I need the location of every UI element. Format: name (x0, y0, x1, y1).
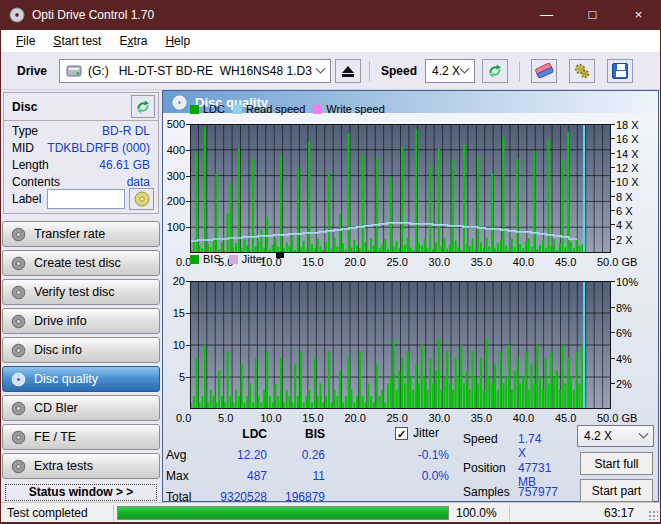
close-button[interactable]: × (616, 0, 661, 30)
sidebar-item-disc-info[interactable]: Disc info (2, 337, 160, 363)
sidebar-item-cd-bler[interactable]: CD Bler (2, 395, 160, 421)
info-label-speed: Speed (463, 432, 498, 446)
disc-field-mid: MIDTDKBLDRFB (000) (4, 140, 158, 157)
disc-icon (11, 314, 26, 329)
eject-icon (341, 66, 355, 77)
y-axis-tick-right: 2% (616, 378, 632, 390)
sidebar-item-fe-te[interactable]: FE / TE (2, 424, 160, 450)
sidebar-buttons: Transfer rateCreate test discVerify test… (2, 218, 160, 479)
legend-item-jitter: Jitter (229, 253, 266, 265)
refresh-icon (487, 63, 503, 79)
y-axis-tick: 500 (160, 118, 185, 130)
x-axis-tick: 15.0 (302, 256, 348, 268)
y-axis-tickmark (186, 176, 190, 177)
sidebar-item-transfer-rate[interactable]: Transfer rate (2, 221, 160, 247)
status-window-button[interactable]: Status window > > (5, 484, 157, 501)
legend-item-bis: BIS (190, 253, 221, 265)
jitter-checkbox[interactable]: ✓Jitter (395, 426, 439, 440)
refresh-speed-button[interactable] (482, 59, 508, 83)
sidebar-item-label: CD Bler (34, 401, 78, 415)
y-axis-tick: 20 (160, 275, 185, 287)
resize-grip[interactable] (648, 510, 658, 520)
minimize-button[interactable]: — (524, 0, 569, 30)
disc-panel-title: Disc (12, 100, 37, 114)
sidebar-item-label: Drive info (34, 314, 87, 328)
y-axis-tick: 100 (160, 221, 185, 233)
maximize-button[interactable]: □ (570, 0, 615, 30)
title-bar: Opti Drive Control 1.70 — □ × (0, 0, 661, 30)
x-axis-tick: 40.0 (513, 256, 559, 268)
chevron-down-icon (316, 63, 326, 73)
y-axis-tick-right: 6% (616, 327, 632, 339)
save-button[interactable] (607, 59, 633, 83)
y-axis-tickmark (611, 124, 615, 125)
test-speed-select[interactable]: 4.2 X (577, 425, 654, 447)
y-axis-tickmark (611, 358, 615, 359)
legend-label: LDC (203, 103, 225, 115)
save-icon (612, 63, 628, 79)
info-label-position: Position (463, 461, 506, 475)
menu-item-start-test[interactable]: Start test (44, 31, 110, 51)
erase-disc-button[interactable] (531, 59, 557, 83)
disc-icon (11, 459, 26, 474)
y-axis-tickmark (186, 150, 190, 151)
disc-field-length: Length46.61 GB (4, 157, 158, 174)
eject-button[interactable] (335, 59, 361, 83)
y-axis-tick-right: 14 X (616, 148, 639, 160)
legend-chip (190, 255, 199, 264)
disc-field-value: 46.61 GB (99, 158, 150, 172)
y-axis-tickmark (611, 307, 615, 308)
x-axis-tick: 25.0 (387, 412, 433, 424)
x-axis-tick: 20.0 (344, 412, 390, 424)
y-axis-tickmark (611, 196, 615, 197)
speed-label: Speed (381, 64, 417, 78)
x-axis-tick: 10.0 (260, 412, 306, 424)
y-axis-tickmark (611, 332, 615, 333)
x-axis-tick: 0.0 (176, 412, 222, 424)
x-axis-tick: 50.0 GB (597, 412, 643, 424)
stats-col-header-ldc: LDC (203, 427, 267, 441)
x-axis-tick: 30.0 (429, 412, 475, 424)
disc-icon (134, 191, 150, 207)
stats-jitter-avg: -0.1% (369, 448, 449, 462)
menu-item-extra[interactable]: Extra (110, 31, 156, 51)
menu-item-file[interactable]: File (7, 31, 44, 51)
progress-percent: 100.0% (456, 506, 497, 520)
speed-select[interactable]: 4.2 X (425, 59, 475, 83)
legend-label: Read speed (246, 103, 305, 115)
y-axis-tick: 5 (160, 371, 185, 383)
sidebar-item-label: Verify test disc (34, 285, 115, 299)
settings-button[interactable] (569, 59, 595, 83)
start-part-button[interactable]: Start part (580, 479, 653, 502)
legend-chip (313, 105, 322, 114)
x-axis-tick: 35.0 (471, 412, 517, 424)
drive-select[interactable]: (G:) HL-DT-ST BD-RE WH16NS48 1.D3 (59, 59, 331, 83)
bis-chart-plot (190, 281, 611, 409)
checkbox-checked[interactable]: ✓ (395, 427, 408, 440)
disc-label-input[interactable] (47, 189, 125, 209)
sidebar-item-verify-test-disc[interactable]: Verify test disc (2, 279, 160, 305)
y-axis-tickmark (611, 181, 615, 182)
info-value-samples: 757977 (518, 485, 558, 499)
disc-info-panel: Disc TypeBD-R DLMIDTDKBLDRFB (000)Length… (3, 92, 159, 214)
info-label-samples: Samples (463, 485, 510, 499)
sidebar-item-label: Extra tests (34, 459, 93, 473)
menu-item-help[interactable]: Help (156, 31, 199, 51)
sidebar-item-drive-info[interactable]: Drive info (2, 308, 160, 334)
x-axis-tick: 35.0 (471, 256, 517, 268)
y-axis-tickmark (611, 239, 615, 240)
start-full-button[interactable]: Start full (580, 452, 653, 475)
y-axis-tickmark (611, 383, 615, 384)
sidebar-item-extra-tests[interactable]: Extra tests (2, 453, 160, 479)
disc-field-label: Contents (12, 175, 60, 189)
legend-label: Write speed (326, 103, 385, 115)
toolbar-separator (519, 61, 520, 81)
sidebar-item-disc-quality[interactable]: Disc quality (2, 366, 160, 392)
bis-chart-legend: BISJitter (190, 253, 284, 265)
disc-icon (11, 401, 26, 416)
sidebar-item-create-test-disc[interactable]: Create test disc (2, 250, 160, 276)
write-label-button[interactable] (129, 188, 154, 210)
y-axis-tickmark (186, 377, 190, 378)
refresh-disc-button[interactable] (131, 95, 155, 118)
y-axis-tickmark (186, 124, 190, 125)
